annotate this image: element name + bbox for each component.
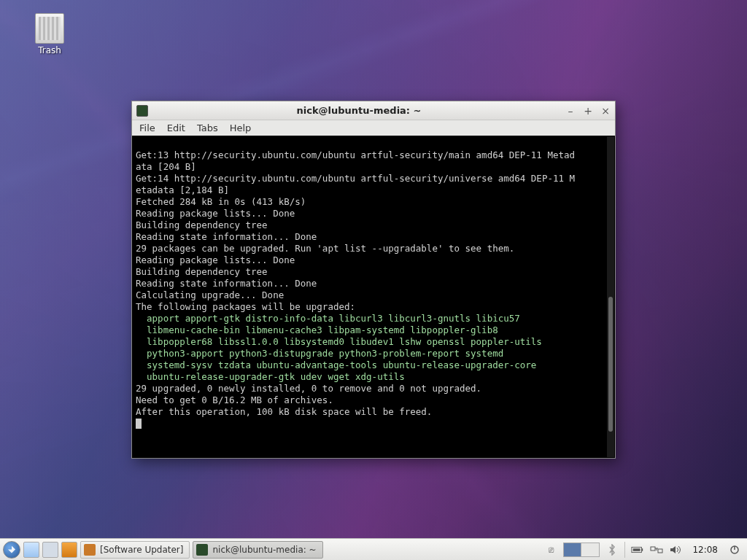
task-software-updater[interactable]: [Software Updater]	[80, 541, 190, 559]
network-icon[interactable]	[650, 543, 663, 556]
terminal-line: ubuntu-release-upgrader-gtk udev wget xd…	[136, 371, 405, 382]
terminal-window: nick@lubuntu-media: ~ – + × File Edit Ta…	[131, 101, 616, 459]
terminal-line: libmenu-cache-bin libmenu-cache3 libpam-…	[136, 324, 498, 335]
terminal-line: etadata [2,184 B]	[136, 184, 229, 195]
trash-label: Trash	[28, 45, 71, 55]
window-titlebar[interactable]: nick@lubuntu-media: ~ – + ×	[132, 101, 615, 120]
system-tray: ⎚ 12:08	[541, 542, 744, 558]
menu-file[interactable]: File	[139, 122, 155, 133]
file-manager-launcher-icon[interactable]	[23, 542, 39, 558]
terminal-line: Reading package lists... Done	[136, 254, 295, 265]
svg-rect-2	[633, 548, 640, 551]
terminal-line: Reading state information... Done	[136, 231, 317, 242]
shutdown-icon[interactable]	[728, 543, 741, 556]
svg-rect-4	[658, 549, 662, 553]
trash-desktop-icon[interactable]: Trash	[28, 13, 71, 55]
terminal-line: Get:13 http://security.ubuntu.com/ubuntu…	[136, 149, 575, 160]
workspace-pager[interactable]	[563, 542, 600, 557]
volume-icon[interactable]	[669, 543, 682, 556]
terminal-line: 29 upgraded, 0 newly installed, 0 to rem…	[136, 383, 481, 394]
terminal-line: Building dependency tree	[136, 266, 268, 277]
software-updater-icon	[84, 544, 96, 556]
terminal-line: python3-apport python3-distupgrade pytho…	[136, 348, 503, 359]
bluetooth-icon[interactable]	[605, 543, 619, 556]
menu-tabs[interactable]: Tabs	[197, 122, 218, 133]
window-title: nick@lubuntu-media: ~	[152, 105, 565, 116]
tray-icon[interactable]: ⎚	[544, 543, 557, 556]
terminal-line: Calculating upgrade... Done	[136, 289, 284, 300]
tray-divider	[624, 542, 625, 558]
terminal-line: Building dependency tree	[136, 219, 268, 230]
task-label: [Software Updater]	[100, 545, 183, 555]
clock[interactable]: 12:08	[688, 545, 722, 555]
workspace-1[interactable]	[564, 543, 581, 556]
minimize-button[interactable]: –	[565, 105, 576, 117]
menu-help[interactable]: Help	[230, 122, 252, 133]
menu-edit[interactable]: Edit	[167, 122, 185, 133]
terminal-line: Reading package lists... Done	[136, 208, 295, 219]
svg-rect-3	[651, 547, 655, 551]
trash-icon	[35, 13, 64, 44]
close-button[interactable]: ×	[600, 105, 611, 117]
terminal-app-icon	[136, 105, 148, 117]
terminal-line: Get:14 http://security.ubuntu.com/ubuntu…	[136, 173, 575, 184]
terminal-line: 29 packages can be upgraded. Run 'apt li…	[136, 243, 514, 254]
taskbar: [Software Updater] nick@lubuntu-media: ~…	[0, 538, 747, 560]
task-label: nick@lubuntu-media: ~	[212, 545, 316, 555]
terminal-line: The following packages will be upgraded:	[136, 301, 355, 312]
menubar: File Edit Tabs Help	[132, 120, 615, 136]
terminal-line: After this operation, 100 kB disk space …	[136, 406, 432, 417]
launcher-icon[interactable]	[61, 542, 77, 558]
terminal-line: Fetched 284 kB in 0s (413 kB/s)	[136, 196, 306, 207]
workspace-2[interactable]	[581, 543, 599, 556]
launcher-icon[interactable]	[42, 542, 58, 558]
maximize-button[interactable]: +	[583, 105, 593, 117]
terminal-line: Need to get 0 B/16.2 MB of archives.	[136, 394, 333, 405]
start-menu-button[interactable]	[3, 541, 20, 559]
terminal-line: apport apport-gtk distro-info-data libcu…	[136, 313, 520, 324]
svg-rect-1	[642, 548, 643, 551]
battery-icon[interactable]	[631, 543, 644, 556]
terminal-line: libpoppler68 libssl1.0.0 libsystemd0 lib…	[136, 336, 542, 347]
terminal-cursor	[136, 419, 142, 429]
terminal-line: ata [204 B]	[136, 161, 196, 172]
terminal-line: Reading state information... Done	[136, 278, 317, 289]
task-terminal[interactable]: nick@lubuntu-media: ~	[193, 541, 322, 559]
terminal-line: systemd-sysv tzdata ubuntu-advantage-too…	[136, 359, 536, 370]
terminal-scrollbar[interactable]	[607, 136, 614, 457]
terminal-output[interactable]: Get:13 http://security.ubuntu.com/ubuntu…	[132, 136, 615, 458]
terminal-icon	[196, 544, 208, 556]
